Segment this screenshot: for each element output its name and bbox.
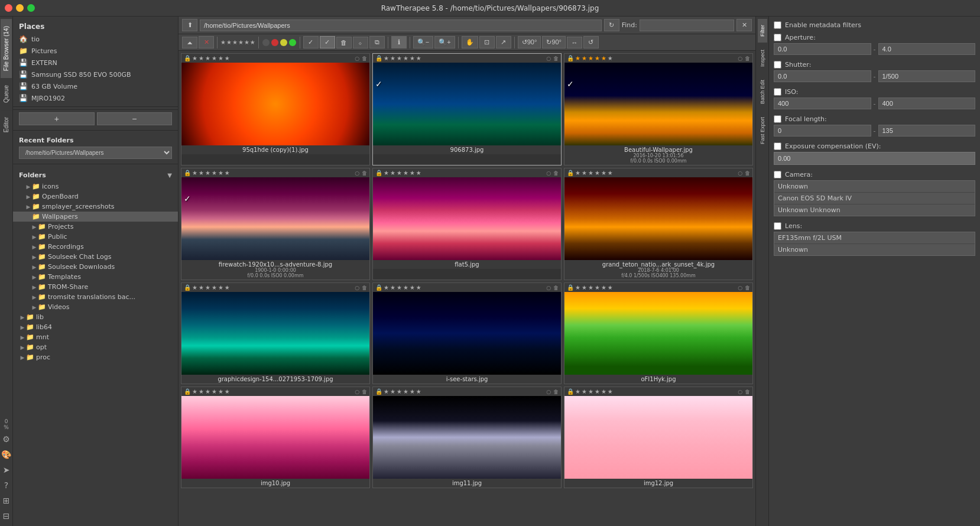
img-star-8-1[interactable]: ★ <box>582 284 587 291</box>
img-star-5-2[interactable]: ★ <box>588 170 593 176</box>
circle-btn-11[interactable]: ○ <box>738 389 742 395</box>
img-star-5-5[interactable]: ★ <box>608 170 613 176</box>
trash-button[interactable]: 🗑 <box>336 37 352 48</box>
places-item-5[interactable]: 💾MJRO1902 <box>13 92 178 104</box>
reset-button[interactable]: ↺ <box>583 36 599 48</box>
zoom-in-button[interactable]: 🔍+ <box>434 36 455 48</box>
delete-btn-5[interactable]: 🗑 <box>745 170 750 176</box>
delete-btn-9[interactable]: 🗑 <box>362 389 367 395</box>
maximize-window-button[interactable] <box>27 4 35 12</box>
tree-item-16[interactable]: ▶📁opt <box>13 342 178 352</box>
minimize-window-button[interactable] <box>16 4 24 12</box>
color-yellow-dot[interactable] <box>280 39 287 46</box>
circle-btn-5[interactable]: ○ <box>738 170 742 176</box>
img-star-7-5[interactable]: ★ <box>416 284 421 291</box>
img-star-4-4[interactable]: ★ <box>410 170 415 176</box>
tab-filter[interactable]: Filter <box>758 19 767 43</box>
img-star-7-0[interactable]: ★ <box>384 284 389 291</box>
tree-item-5[interactable]: ▶📁Public <box>13 232 178 242</box>
camera-checkbox[interactable] <box>774 171 781 178</box>
places-item-4[interactable]: 💾63 GB Volume <box>13 80 178 92</box>
aperture-min-input[interactable] <box>774 43 871 55</box>
tree-item-14[interactable]: ▶📁lib64 <box>13 322 178 332</box>
star-6[interactable]: ★ <box>250 39 255 46</box>
img-star-11-0[interactable]: ★ <box>575 388 580 395</box>
tree-item-13[interactable]: ▶📁lib <box>13 312 178 322</box>
circle-btn-3[interactable]: ○ <box>355 170 359 176</box>
flip-button[interactable]: ↔ <box>567 37 582 48</box>
add-folder-button[interactable]: + <box>19 112 95 125</box>
img-star-5-1[interactable]: ★ <box>582 170 587 176</box>
img-star-9-3[interactable]: ★ <box>212 388 217 395</box>
img-star-4-1[interactable]: ★ <box>390 170 395 176</box>
img-star-4-0[interactable]: ★ <box>384 170 389 176</box>
img-star-4-5[interactable]: ★ <box>416 170 421 176</box>
img-star-3-1[interactable]: ★ <box>199 170 204 176</box>
find-input[interactable] <box>640 20 734 31</box>
img-star-11-4[interactable]: ★ <box>601 388 606 395</box>
help-icon[interactable]: ? <box>0 478 13 493</box>
places-item-3[interactable]: 💾Samsung SSD 850 EVO 500GB <box>13 69 178 80</box>
img-star-1-0[interactable]: ★ <box>384 55 389 61</box>
circle-btn-1[interactable]: ○ <box>546 56 551 61</box>
tree-item-9[interactable]: ▶📁Templates <box>13 272 178 282</box>
aperture-max-input[interactable] <box>878 43 976 55</box>
camera-item-unknown2[interactable]: Unknown Unknown <box>774 204 975 216</box>
img-star-0-5[interactable]: ★ <box>225 55 230 61</box>
settings-icon[interactable]: ⚙ <box>0 431 13 447</box>
places-item-0[interactable]: 🏠tio <box>13 33 178 45</box>
tab-file-browser[interactable]: File Browser (14) <box>1 19 12 78</box>
tree-item-6[interactable]: ▶📁Recordings <box>13 242 178 252</box>
iso-min-input[interactable] <box>774 98 871 109</box>
delete-btn-3[interactable]: 🗑 <box>362 170 367 176</box>
img-star-2-2[interactable]: ★ <box>588 55 593 61</box>
tree-item-3[interactable]: 📁Wallpapers <box>13 212 178 222</box>
img-star-3-0[interactable]: ★ <box>192 170 197 176</box>
arrow-button[interactable]: ↗ <box>496 36 511 48</box>
img-star-3-2[interactable]: ★ <box>205 170 210 176</box>
color-green-dot[interactable] <box>289 39 296 46</box>
lens-checkbox[interactable] <box>774 222 781 230</box>
tree-item-4[interactable]: ▶📁Projects <box>13 222 178 232</box>
img-star-3-3[interactable]: ★ <box>212 170 217 176</box>
circle-btn-6[interactable]: ○ <box>355 285 359 291</box>
img-star-11-5[interactable]: ★ <box>608 388 613 395</box>
tree-item-11[interactable]: ▶📁tromsite translations bac... <box>13 292 178 302</box>
color-red-dot[interactable] <box>271 39 278 46</box>
img-star-1-3[interactable]: ★ <box>403 55 408 61</box>
shutter-max-input[interactable] <box>878 70 976 82</box>
star-3[interactable]: ★ <box>232 39 238 46</box>
delete-btn-11[interactable]: 🗑 <box>745 389 750 395</box>
tab-inspect[interactable]: Inspect <box>758 44 767 73</box>
thumb-cell-3[interactable]: 🔒 ★★★★★★ ○ 🗑 ✓ firewatch-1920x10...s-adv… <box>181 168 370 280</box>
close-window-button[interactable] <box>5 4 12 12</box>
delete-btn-4[interactable]: 🗑 <box>553 170 559 176</box>
circle-btn-4[interactable]: ○ <box>546 170 551 176</box>
nav-back-button[interactable]: ⬆ <box>182 19 197 31</box>
hand-button[interactable]: ✋ <box>462 36 478 48</box>
img-star-6-1[interactable]: ★ <box>199 284 204 291</box>
img-star-0-4[interactable]: ★ <box>218 55 223 61</box>
img-star-7-3[interactable]: ★ <box>403 284 408 291</box>
delete-btn-8[interactable]: 🗑 <box>745 285 750 291</box>
img-star-6-3[interactable]: ★ <box>212 284 217 291</box>
thumb-cell-5[interactable]: 🔒 ★★★★★★ ○ 🗑 grand_teton_natio...ark_sun… <box>564 168 753 280</box>
img-star-9-2[interactable]: ★ <box>205 388 210 395</box>
thumb-cell-10[interactable]: 🔒 ★★★★★★ ○ 🗑 img11.jpg <box>372 387 562 488</box>
focal-max-input[interactable] <box>878 125 976 137</box>
img-star-5-0[interactable]: ★ <box>575 170 580 176</box>
img-star-11-2[interactable]: ★ <box>588 388 593 395</box>
crop-button[interactable]: ⊡ <box>479 36 495 48</box>
img-star-2-3[interactable]: ★ <box>595 55 600 61</box>
recent-folders-dropdown[interactable]: /home/tio/Pictures/Wallpapers <box>19 147 172 159</box>
lens-item-unknown[interactable]: Unknown <box>774 244 975 255</box>
tree-item-15[interactable]: ▶📁mnt <box>13 332 178 342</box>
enable-metadata-checkbox[interactable] <box>774 21 781 29</box>
thumb-cell-9[interactable]: 🔒 ★★★★★★ ○ 🗑 img10.jpg <box>181 387 370 488</box>
delete-btn-1[interactable]: 🗑 <box>553 56 559 61</box>
img-star-6-0[interactable]: ★ <box>192 284 197 291</box>
img-star-1-2[interactable]: ★ <box>397 55 402 61</box>
refresh-button[interactable]: ↻ <box>604 19 619 31</box>
shutter-checkbox[interactable] <box>774 61 781 69</box>
path-input[interactable] <box>200 20 602 31</box>
